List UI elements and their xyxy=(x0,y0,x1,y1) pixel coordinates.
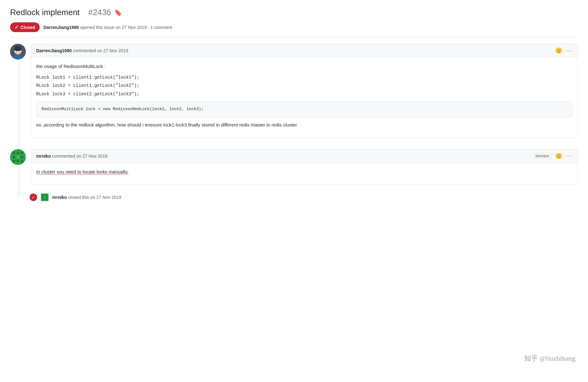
svg-rect-13 xyxy=(21,152,23,154)
more-button-1[interactable]: ··· xyxy=(566,48,573,54)
comment-header-1: DarrenJiang1990 commented on 27 Nov 2019… xyxy=(31,44,578,58)
close-event-avatar xyxy=(41,194,48,201)
comment-date-2: 27 Nov 2019 xyxy=(82,154,107,159)
comment-date-1: 27 Nov 2019 xyxy=(103,48,128,53)
svg-rect-14 xyxy=(13,156,15,158)
comment-box-2: mrniko commented on 27 Nov 2019 Member 🙂… xyxy=(31,149,578,185)
svg-rect-26 xyxy=(46,197,47,198)
comment-actions-1: 🙂 ··· xyxy=(555,47,573,54)
svg-rect-25 xyxy=(44,197,45,198)
comment-main-text: In cluster you need to locate locks manu… xyxy=(36,168,573,176)
svg-rect-16 xyxy=(21,156,23,158)
emoji-button-2[interactable]: 🙂 xyxy=(555,153,562,160)
emoji-button-1[interactable]: 🙂 xyxy=(555,47,562,54)
title-text: Redlock implement xyxy=(10,8,80,17)
svg-rect-28 xyxy=(44,199,45,200)
close-event: ✓ mrniko closed th xyxy=(30,191,578,204)
close-avatar-image xyxy=(41,194,48,201)
svg-rect-24 xyxy=(42,197,43,198)
issue-number: #2436 xyxy=(88,8,111,17)
svg-rect-7 xyxy=(16,50,18,51)
svg-rect-12 xyxy=(17,152,19,154)
comment-spacer xyxy=(10,143,578,149)
comment-paragraph-1: the usage of RedissonMultiLock : xyxy=(36,63,573,70)
svg-rect-15 xyxy=(17,156,19,158)
comment-username-1[interactable]: DarrenJiang1990 xyxy=(36,48,72,53)
comment-username-2[interactable]: mrniko xyxy=(36,154,51,159)
issue-action: opened this issue on xyxy=(80,25,120,30)
comment-body-1: the usage of RedissonMultiLock : RLock l… xyxy=(31,58,578,138)
svg-rect-21 xyxy=(42,195,43,196)
code-block-1: RedissonMultiLock lock = new RedissonRed… xyxy=(36,101,573,117)
code-line-2: RLock lock2 = client1.getLock("lock2"); xyxy=(36,82,573,89)
svg-rect-8 xyxy=(18,50,20,51)
comment-body-2: In cluster you need to locate locks manu… xyxy=(31,163,578,184)
close-date: 27 Nov 2019 xyxy=(96,195,121,200)
svg-rect-22 xyxy=(44,195,45,196)
avatar-mrniko xyxy=(10,149,26,165)
issue-meta: ✓ Closed DarrenJiang1990 opened this iss… xyxy=(10,22,578,37)
comment-action-2: commented on xyxy=(52,154,82,159)
comment-thread-1: DarrenJiang1990 commented on 27 Nov 2019… xyxy=(10,44,578,143)
avatar-darrenjiang xyxy=(10,44,26,59)
issue-meta-text: DarrenJiang1990 opened this issue on 27 … xyxy=(43,25,172,30)
page-container: Redlock implement #2436 🔖 ✓ Closed Darre… xyxy=(10,8,578,204)
avatar-image-mrniko xyxy=(10,149,26,165)
comment-count: 1 comment xyxy=(150,25,172,30)
code-line-3: RLock lock3 = client2.getLock("lock3"); xyxy=(36,91,573,98)
svg-rect-17 xyxy=(13,160,15,162)
svg-rect-11 xyxy=(13,152,15,154)
svg-rect-27 xyxy=(42,199,43,200)
close-author[interactable]: mrniko xyxy=(52,195,67,200)
close-action: closed this on xyxy=(68,195,95,200)
comment-author-2: mrniko commented on 27 Nov 2019 xyxy=(36,154,107,159)
more-button-2[interactable]: ··· xyxy=(566,153,573,159)
member-badge: Member xyxy=(533,153,551,159)
comment-actions-2: Member 🙂 ··· xyxy=(533,153,573,160)
comment-author-1: DarrenJiang1990 commented on 27 Nov 2019 xyxy=(36,48,128,53)
bookmark-icon[interactable]: 🔖 xyxy=(114,9,122,16)
issue-author[interactable]: DarrenJiang1990 xyxy=(43,25,79,30)
avatar-image-darren xyxy=(10,44,26,59)
comment-thread-2: mrniko commented on 27 Nov 2019 Member 🙂… xyxy=(10,149,578,190)
check-icon: ✓ xyxy=(14,24,19,30)
comments-section: DarrenJiang1990 commented on 27 Nov 2019… xyxy=(10,44,578,204)
comment-header-2: mrniko commented on 27 Nov 2019 Member 🙂… xyxy=(31,149,578,163)
status-label: Closed xyxy=(20,25,35,30)
comment-box-1: DarrenJiang1990 commented on 27 Nov 2019… xyxy=(31,44,578,138)
code-lines-section: RLock lock1 = client1.getLock("lock1"); … xyxy=(36,74,573,98)
comment-trailing-text: so ,according to the redlock algorithm, … xyxy=(36,121,573,129)
code-line-1: RLock lock1 = client1.getLock("lock1"); xyxy=(36,74,573,81)
close-event-icon: ✓ xyxy=(30,194,37,201)
comment-body-text-2: In cluster you need to locate locks manu… xyxy=(36,169,128,174)
svg-rect-18 xyxy=(17,160,19,162)
close-event-text: mrniko closed this on 27 Nov 2019 xyxy=(52,195,121,200)
svg-rect-23 xyxy=(46,195,47,196)
issue-date: 27 Nov 2019 xyxy=(122,25,147,30)
svg-rect-29 xyxy=(46,199,47,200)
status-badge: ✓ Closed xyxy=(10,22,40,32)
svg-rect-4 xyxy=(14,54,22,59)
close-check-icon: ✓ xyxy=(31,195,35,200)
code-block-content: RedissonMultiLock lock = new RedissonRed… xyxy=(42,107,204,111)
page-title: Redlock implement #2436 🔖 xyxy=(10,8,578,17)
comment-action-1: commented on xyxy=(73,48,102,53)
svg-rect-19 xyxy=(21,160,23,162)
